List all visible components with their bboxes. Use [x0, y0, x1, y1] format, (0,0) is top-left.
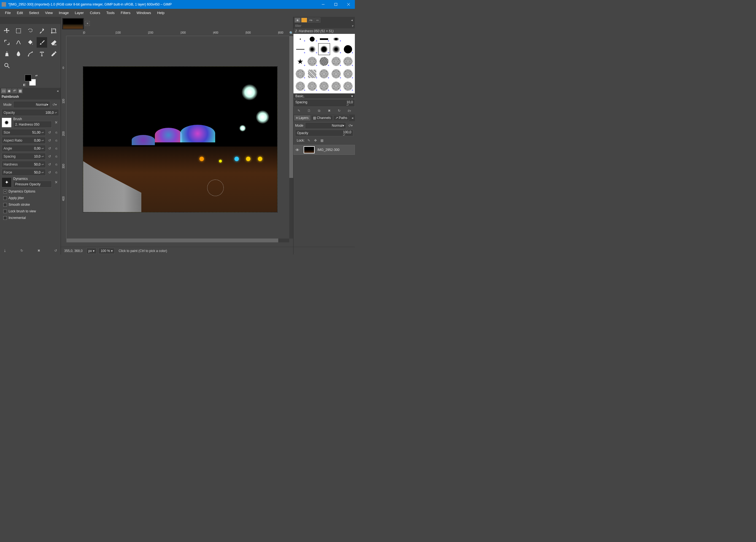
- force-reset-icon[interactable]: ↺: [47, 170, 52, 175]
- smudge-tool[interactable]: [13, 49, 24, 59]
- layers-tab-menu-icon[interactable]: ◂: [350, 116, 354, 120]
- menu-select[interactable]: Select: [26, 10, 42, 16]
- brush-filter[interactable]: filter▾: [293, 23, 355, 28]
- reset-preset-icon[interactable]: ↺: [53, 248, 58, 254]
- brush-spacing-slider[interactable]: Spacing 10,0▴▾: [293, 99, 355, 107]
- hardness-reset-icon[interactable]: ↺: [47, 162, 52, 167]
- undo-history-tab[interactable]: ↶: [12, 88, 17, 93]
- brush-preset-select[interactable]: Basic,▾: [293, 93, 355, 99]
- delete-preset-icon[interactable]: ✖: [36, 248, 42, 254]
- brush-item[interactable]: +: [330, 35, 342, 43]
- brush-item[interactable]: [342, 35, 354, 43]
- menu-help[interactable]: Help: [154, 10, 167, 16]
- lock-brush-checkbox[interactable]: Lock brush to view: [2, 209, 59, 214]
- layer-opacity-slider[interactable]: Opacity 100,0▴▾: [295, 130, 353, 136]
- brush-delete-icon[interactable]: ✖: [326, 108, 332, 114]
- mode-select[interactable]: Normal▾: [13, 101, 50, 108]
- aspect-link-icon[interactable]: ⎋: [53, 138, 59, 143]
- aspect-reset-icon[interactable]: ↺: [47, 138, 52, 143]
- dynamics-preview[interactable]: ✦: [2, 177, 12, 187]
- brush-item[interactable]: +: [306, 80, 318, 92]
- brush-item[interactable]: +: [306, 55, 318, 67]
- visibility-icon[interactable]: 👁: [295, 148, 301, 152]
- mode-reset-icon[interactable]: ↺▾: [52, 102, 57, 107]
- document-tab[interactable]: ✕: [62, 18, 84, 29]
- zoom-fit-icon[interactable]: 🔍: [289, 31, 293, 35]
- channels-tab[interactable]: ▥Channels: [311, 115, 333, 121]
- zoom-tool[interactable]: [2, 60, 12, 71]
- warp-tool[interactable]: [13, 37, 24, 48]
- text-tool[interactable]: [37, 49, 47, 59]
- dynamics-select[interactable]: Pressure Opacity: [13, 181, 52, 188]
- minimize-button[interactable]: [317, 0, 330, 9]
- horizontal-scrollbar[interactable]: [66, 239, 289, 243]
- spacing-link-icon[interactable]: ⎋: [53, 154, 59, 159]
- menu-file[interactable]: File: [2, 10, 13, 16]
- angle-link-icon[interactable]: ⎋: [53, 146, 59, 151]
- brush-item[interactable]: +: [330, 68, 342, 80]
- close-tab-icon[interactable]: ✕: [85, 21, 90, 26]
- brush-refresh-icon[interactable]: ↻: [336, 108, 342, 114]
- brush-item[interactable]: +: [306, 44, 318, 55]
- brush-item[interactable]: +: [295, 68, 306, 80]
- spacing-slider[interactable]: Spacing 10,0▴▾: [2, 153, 46, 160]
- brush-item[interactable]: +: [342, 44, 354, 55]
- default-colors-icon[interactable]: ◧: [23, 83, 26, 86]
- menu-colors[interactable]: Colors: [87, 10, 103, 16]
- angle-slider[interactable]: Angle 0,00▴▾: [2, 145, 46, 152]
- brush-grid[interactable]: + + + + + + + + + ★+ + + + + + + + + + +…: [293, 34, 355, 93]
- vertical-scrollbar[interactable]: [289, 36, 293, 239]
- layer-name[interactable]: IMG_2952-300: [317, 148, 339, 152]
- size-reset-icon[interactable]: ↺: [47, 130, 52, 135]
- brush-item[interactable]: +: [330, 80, 342, 92]
- dynamics-options-expander[interactable]: Dynamics Options: [2, 189, 59, 194]
- brush-edit-icon[interactable]: ✎̸: [53, 120, 59, 125]
- brush-item[interactable]: +: [306, 68, 318, 80]
- brush-item[interactable]: +: [330, 44, 342, 55]
- brush-item[interactable]: +: [318, 80, 330, 92]
- hardness-slider[interactable]: Hardness 50,0▴▾: [2, 161, 46, 168]
- brush-new-icon[interactable]: 🗋: [306, 108, 312, 114]
- brush-item[interactable]: +: [295, 35, 306, 43]
- menu-tools[interactable]: Tools: [104, 10, 117, 16]
- menu-layer[interactable]: Layer: [72, 10, 87, 16]
- brush-item[interactable]: +: [318, 35, 330, 43]
- paths-tab[interactable]: ↗Paths: [333, 115, 349, 121]
- incremental-checkbox[interactable]: Incremental: [2, 215, 59, 221]
- color-picker-tool[interactable]: [48, 49, 59, 59]
- fuzzy-select-tool[interactable]: [37, 26, 47, 36]
- opacity-slider[interactable]: Opacity 100,0▴▾: [2, 109, 59, 116]
- brush-preview[interactable]: [2, 118, 12, 128]
- swap-colors-icon[interactable]: ⇄: [35, 74, 37, 77]
- spacing-reset-icon[interactable]: ↺: [47, 154, 52, 159]
- vertical-ruler[interactable]: 0 100 200 300 400: [61, 36, 66, 239]
- layer-mode-reset-icon[interactable]: ↺▾: [348, 123, 353, 128]
- lock-position-icon[interactable]: ✥: [313, 138, 318, 143]
- clone-tool[interactable]: [2, 49, 12, 59]
- transform-tool[interactable]: [2, 37, 12, 48]
- layers-tab[interactable]: ≡Layers: [294, 115, 311, 121]
- tool-options-tab[interactable]: ▭: [1, 88, 6, 93]
- lock-alpha-icon[interactable]: ▦: [320, 138, 325, 143]
- brush-item[interactable]: +: [342, 55, 354, 67]
- brush-item[interactable]: +: [295, 44, 306, 55]
- apply-jitter-checkbox[interactable]: Apply jitter: [2, 195, 59, 201]
- brush-item[interactable]: +: [342, 68, 354, 80]
- brush-item[interactable]: +: [342, 80, 354, 92]
- horizontal-ruler[interactable]: |0 |100 |200 |300 |400 |500 |600: [66, 31, 289, 36]
- brush-item[interactable]: +: [318, 68, 330, 80]
- menu-filters[interactable]: Filters: [118, 10, 133, 16]
- menu-windows[interactable]: Windows: [134, 10, 154, 16]
- maximize-button[interactable]: [330, 0, 342, 9]
- layer-mode-select[interactable]: Normal▾: [305, 122, 346, 129]
- brush-item[interactable]: ★+: [295, 55, 306, 67]
- eraser-tool[interactable]: [48, 37, 59, 48]
- dynamics-edit-icon[interactable]: ✎̸: [53, 180, 59, 185]
- brush-duplicate-icon[interactable]: ⧉: [316, 108, 322, 114]
- path-tool[interactable]: [25, 49, 36, 59]
- force-link-icon[interactable]: ⎋: [53, 170, 59, 175]
- restore-preset-icon[interactable]: ↻: [19, 248, 25, 254]
- unit-select[interactable]: px▾: [87, 248, 97, 254]
- brush-item-selected[interactable]: +: [318, 44, 330, 55]
- hardness-link-icon[interactable]: ⎋: [53, 162, 59, 167]
